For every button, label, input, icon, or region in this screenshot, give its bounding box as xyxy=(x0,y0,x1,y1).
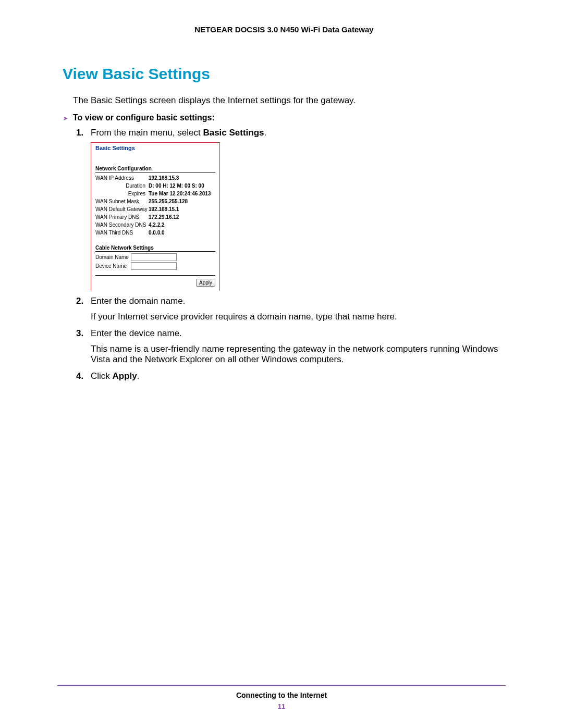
step-1-bold: Basic Settings xyxy=(203,128,264,138)
device-name-row: Device Name xyxy=(95,262,215,270)
triangle-icon: ➤ xyxy=(63,115,68,122)
wan-ip-value: 192.168.15.3 xyxy=(149,174,179,182)
step-4-post: . xyxy=(137,371,140,381)
procedure-intro: ➤ To view or configure basic settings: xyxy=(63,113,506,122)
step-1: From the main menu, select Basic Setting… xyxy=(91,128,506,291)
step-4-bold: Apply xyxy=(113,371,137,381)
subnet-value: 255.255.255.128 xyxy=(149,198,188,205)
subnet-row: WAN Subnet Mask 255.255.255.128 xyxy=(95,198,215,205)
third-dns-label: WAN Third DNS xyxy=(95,229,149,237)
apply-button[interactable]: Apply xyxy=(196,279,215,287)
secondary-dns-row: WAN Secondary DNS 4.2.2.2 xyxy=(95,221,215,229)
step-2-sub: If your Internet service provider requir… xyxy=(91,312,506,322)
gateway-label: WAN Default Gateway xyxy=(95,205,149,213)
duration-row: Duration D: 00 H: 12 M: 00 S: 00 xyxy=(95,182,215,190)
page-title: View Basic Settings xyxy=(63,65,506,83)
page-number: 11 xyxy=(57,702,506,710)
domain-name-label: Domain Name xyxy=(95,254,131,260)
primary-dns-row: WAN Primary DNS 172.29.16.12 xyxy=(95,213,215,221)
gateway-value: 192.168.15.1 xyxy=(149,205,179,213)
intro-text: The Basic Settings screen displays the I… xyxy=(73,95,506,106)
step-1-pre: From the main menu, select xyxy=(91,128,203,138)
primary-dns-label: WAN Primary DNS xyxy=(95,213,149,221)
step-2: Enter the domain name. If your Internet … xyxy=(91,296,506,322)
subnet-label: WAN Subnet Mask xyxy=(95,198,149,205)
network-config-head: Network Configuration xyxy=(95,166,215,172)
expires-value: Tue Mar 12 20:24:46 2013 xyxy=(149,190,211,198)
steps-list: From the main menu, select Basic Setting… xyxy=(73,128,506,381)
step-3-sub: This name is a user-friendly name repres… xyxy=(91,344,506,365)
expires-label: Expires xyxy=(95,190,149,198)
gateway-row: WAN Default Gateway 192.168.15.1 xyxy=(95,205,215,213)
procedure-intro-text: To view or configure basic settings: xyxy=(73,113,215,122)
third-dns-value: 0.0.0.0 xyxy=(149,229,165,237)
domain-name-input[interactable] xyxy=(131,253,177,261)
step-3: Enter the device name. This name is a us… xyxy=(91,328,506,365)
secondary-dns-value: 4.2.2.2 xyxy=(149,221,165,229)
footer-section: Connecting to the Internet xyxy=(57,691,506,699)
third-dns-row: WAN Third DNS 0.0.0.0 xyxy=(95,229,215,237)
cable-settings-head: Cable Network Settings xyxy=(95,245,215,252)
device-name-label: Device Name xyxy=(95,263,131,269)
page-footer: Connecting to the Internet 11 xyxy=(57,685,506,710)
secondary-dns-label: WAN Secondary DNS xyxy=(95,221,149,229)
duration-label: Duration xyxy=(95,182,149,190)
expires-row: Expires Tue Mar 12 20:24:46 2013 xyxy=(95,190,215,198)
domain-name-row: Domain Name xyxy=(95,253,215,261)
document-header: NETGEAR DOCSIS 3.0 N450 Wi-Fi Data Gatew… xyxy=(63,25,506,34)
step-2-text: Enter the domain name. xyxy=(91,296,185,306)
shot-title: Basic Settings xyxy=(95,145,215,151)
duration-value: D: 00 H: 12 M: 00 S: 00 xyxy=(149,182,204,190)
step-3-text: Enter the device name. xyxy=(91,328,182,338)
basic-settings-screenshot: Basic Settings Network Configuration WAN… xyxy=(91,142,220,291)
primary-dns-value: 172.29.16.12 xyxy=(149,213,179,221)
device-name-input[interactable] xyxy=(131,262,177,270)
step-1-post: . xyxy=(264,128,267,138)
wan-ip-label: WAN IP Address xyxy=(95,174,149,182)
wan-ip-row: WAN IP Address 192.168.15.3 xyxy=(95,174,215,182)
step-4: Click Apply. xyxy=(91,371,506,381)
step-4-pre: Click xyxy=(91,371,113,381)
